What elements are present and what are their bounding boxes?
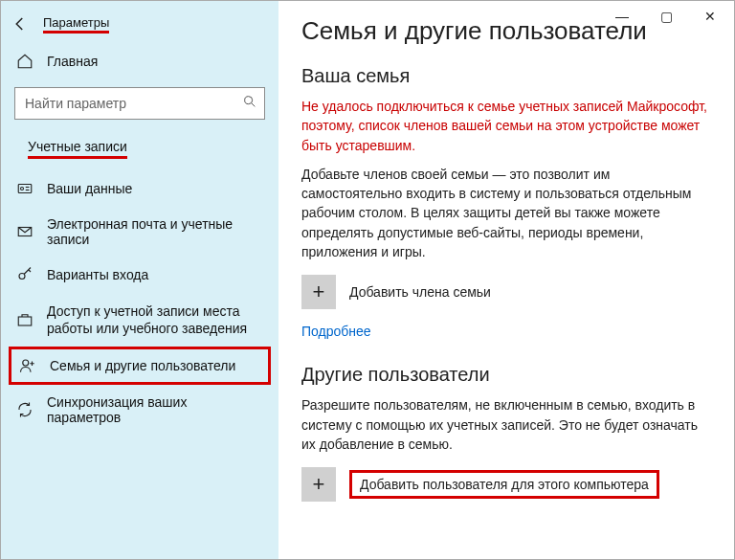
plus-icon: + [301,275,336,309]
mail-icon [16,223,33,240]
window-controls: — ▢ ✕ [600,3,732,30]
search-icon [242,94,257,113]
sidebar-item-signin[interactable]: Варианты входа [1,257,278,293]
add-other-user-button[interactable]: + Добавить пользователя для этого компью… [301,467,711,502]
family-error-text: Не удалось подключиться к семье учетных … [301,97,711,155]
sidebar-item-email[interactable]: Электронная почта и учетные записи [1,207,278,257]
id-card-icon [16,180,33,197]
maximize-button[interactable]: ▢ [644,3,688,30]
family-heading: Ваша семья [301,65,711,87]
svg-rect-8 [18,317,32,325]
app-title: Параметры [43,15,109,34]
sidebar-item-label: Семья и другие пользователи [50,358,235,373]
back-button[interactable] [7,11,33,37]
sidebar-item-family[interactable]: Семья и другие пользователи [19,355,260,376]
people-add-icon [19,357,36,374]
sidebar-item-sync[interactable]: Синхронизация ваших параметров [1,385,278,435]
sidebar: Параметры Главная Учетные записи Ваши да… [1,1,278,559]
sidebar-item-label: Электронная почта и учетные записи [47,216,263,247]
sidebar-item-label: Ваши данные [47,181,132,196]
sidebar-item-work-access[interactable]: Доступ к учетной записи места работы или… [1,293,278,347]
sidebar-item-family-highlighted: Семья и другие пользователи [9,347,271,385]
search-input[interactable] [14,87,265,120]
sidebar-item-your-data[interactable]: Ваши данные [1,170,278,207]
add-other-label: Добавить пользователя для этого компьюте… [349,470,659,499]
svg-point-3 [21,188,24,190]
sidebar-section-label: Учетные записи [28,139,127,159]
svg-point-0 [245,97,253,104]
plus-icon: + [301,467,336,502]
learn-more-link[interactable]: Подробнее [301,324,371,339]
home-icon [16,53,33,70]
add-family-label: Добавить члена семьи [349,284,491,300]
key-icon [16,266,33,283]
sidebar-home[interactable]: Главная [1,43,278,79]
sidebar-item-label: Главная [47,54,98,69]
main-panel: — ▢ ✕ Семья и другие пользователи Ваша с… [278,1,734,559]
arrow-left-icon [11,15,29,33]
others-body-text: Разрешите пользователям, не включенным в… [301,395,711,454]
svg-point-9 [23,360,29,366]
briefcase-icon [16,311,33,328]
add-family-member-button[interactable]: + Добавить члена семьи [301,275,711,309]
sidebar-item-label: Варианты входа [47,267,148,282]
svg-point-7 [19,274,25,280]
svg-line-1 [252,103,255,106]
sync-icon [16,401,33,418]
minimize-button[interactable]: — [600,3,644,30]
search-wrap [14,87,265,120]
sidebar-item-label: Доступ к учетной записи места работы или… [47,302,263,337]
close-button[interactable]: ✕ [688,3,732,30]
others-heading: Другие пользователи [301,364,711,386]
titlebar: Параметры [1,7,278,43]
family-body-text: Добавьте членов своей семьи — это позвол… [301,165,711,261]
settings-window: Параметры Главная Учетные записи Ваши да… [1,1,734,559]
sidebar-item-label: Синхронизация ваших параметров [47,394,263,425]
